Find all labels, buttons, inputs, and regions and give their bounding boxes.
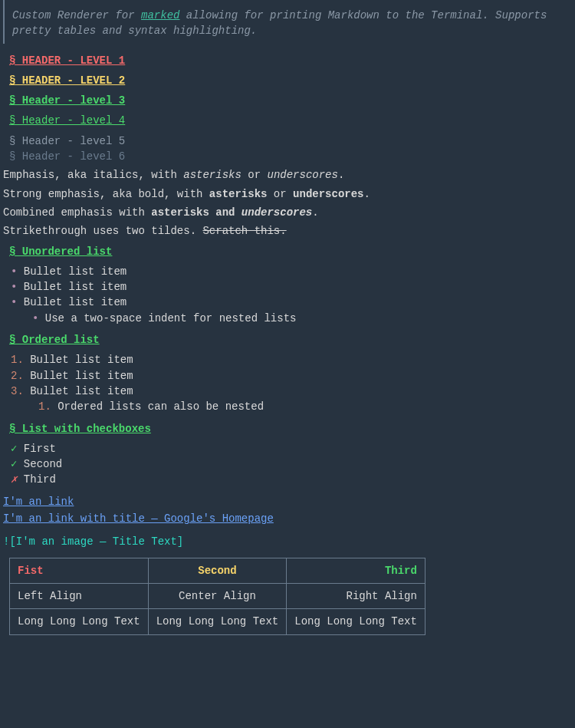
intro-block: Custom Renderer for marked allowing for …	[3, 0, 572, 44]
number-icon: 3.	[11, 385, 30, 397]
table-cell: Left Align	[10, 583, 149, 608]
emphasis-combined-line: Combined emphasis with asterisks and und…	[3, 205, 572, 220]
bold-underscores: underscores	[293, 188, 363, 200]
ordered-list-header: § Ordered list	[9, 332, 572, 348]
italic-asterisks: asterisks	[183, 169, 242, 181]
header-level-6: § Header - level 6	[9, 149, 572, 164]
list-item-label: Bullet list item	[24, 281, 127, 293]
intro-text-pre: Custom Renderer for	[12, 9, 141, 21]
list-item-label: Ordered lists can also be nested	[58, 400, 264, 413]
unordered-list: • Bullet list item • Bullet list item • …	[11, 264, 572, 326]
list-item-label: Third	[24, 473, 56, 486]
checkbox-list: ✓ First ✓ Second ✗ Third	[11, 441, 572, 488]
table-cell: Long Long Long Text	[287, 609, 426, 634]
header-level-4: § Header - level 4	[9, 113, 572, 128]
cross-icon: ✗	[11, 473, 17, 486]
text: or	[267, 188, 293, 200]
bullet-icon: •	[11, 296, 24, 308]
list-item-label: Second	[24, 458, 62, 470]
table-head-cell: Fist	[10, 558, 149, 583]
list-item: • Bullet list item	[11, 264, 572, 279]
check-icon: ✓	[11, 443, 17, 455]
list-item-label: Bullet list item	[24, 265, 127, 278]
list-item: ✗ Third	[11, 472, 572, 487]
italic-underscores: underscores	[267, 169, 337, 181]
header-level-1: § HEADER - LEVEL 1	[9, 53, 572, 68]
table-head-row: Fist Second Third	[10, 558, 426, 583]
list-item-label: Bullet list item	[30, 370, 133, 382]
titled-link[interactable]: I'm an link with title — Google's Homepa…	[3, 511, 572, 526]
plain-link[interactable]: I'm an link	[3, 494, 572, 509]
text: Strikethrough uses two tildes.	[3, 225, 202, 237]
text: Emphasis, aka italics, with	[3, 169, 183, 181]
bullet-icon: •	[11, 265, 24, 278]
demo-table: Fist Second Third Left Align Center Alig…	[9, 558, 426, 635]
table-cell: Center Align	[148, 583, 287, 608]
table-cell: Long Long Long Text	[10, 609, 149, 634]
bullet-icon: •	[32, 312, 45, 324]
table-head-cell: Third	[287, 558, 426, 583]
list-item-nested: • Use a two-space indent for nested list…	[11, 311, 572, 326]
check-icon: ✓	[11, 458, 17, 470]
text: .	[364, 188, 370, 200]
header-level-3: § Header - level 3	[9, 93, 572, 108]
text: or	[242, 169, 268, 181]
list-item-label: Bullet list item	[30, 354, 133, 366]
bold-asterisks: asterisks	[209, 188, 268, 200]
ordered-list: 1. Bullet list item 2. Bullet list item …	[11, 352, 572, 414]
number-icon: 1.	[11, 354, 30, 366]
list-item: ✓ Second	[11, 456, 572, 472]
bold-part: asterisks and	[151, 206, 242, 219]
emphasis-bold-line: Strong emphasis, aka bold, with asterisk…	[3, 186, 572, 202]
emphasis-italics-line: Emphasis, aka italics, with asterisks or…	[3, 167, 572, 183]
checkbox-list-header: § List with checkboxes	[9, 421, 572, 436]
bullet-icon: •	[11, 281, 24, 293]
table-row: Long Long Long Text Long Long Long Text …	[10, 609, 426, 634]
intro-link-marked[interactable]: marked	[141, 9, 179, 21]
list-item: 3. Bullet list item	[11, 384, 572, 399]
table-cell: Long Long Long Text	[148, 609, 287, 634]
list-item: ✓ First	[11, 441, 572, 456]
table-cell: Right Align	[287, 583, 426, 608]
list-item-nested: 1. Ordered lists can also be nested	[11, 399, 572, 414]
strikethrough-line: Strikethrough uses two tildes. Scratch t…	[3, 223, 572, 239]
list-item-label: First	[24, 443, 56, 455]
struck-text: Scratch this.	[202, 225, 286, 237]
list-item: 1. Bullet list item	[11, 352, 572, 367]
number-icon: 2.	[11, 370, 30, 382]
text: .	[312, 206, 318, 219]
list-item: 2. Bullet list item	[11, 368, 572, 384]
list-item: • Bullet list item	[11, 295, 572, 310]
table-head-cell: Second	[148, 558, 287, 583]
list-item-label: Bullet list item	[24, 296, 127, 308]
text: Strong emphasis, aka bold, with	[3, 188, 209, 200]
list-item-label: Use a two-space indent for nested lists	[45, 312, 297, 324]
header-level-5: § Header - level 5	[9, 133, 572, 149]
list-item: • Bullet list item	[11, 279, 572, 295]
text: .	[338, 169, 344, 181]
table-row: Left Align Center Align Right Align	[10, 583, 426, 608]
text: Combined emphasis with	[3, 206, 151, 219]
image-placeholder: ![I'm an image — Title Text]	[3, 534, 572, 549]
list-item-label: Bullet list item	[30, 385, 133, 397]
unordered-list-header: § Unordered list	[9, 244, 572, 259]
number-icon: 1.	[38, 400, 58, 413]
bold-italic-part: underscores	[242, 206, 312, 219]
header-level-2: § HEADER - LEVEL 2	[9, 73, 572, 88]
